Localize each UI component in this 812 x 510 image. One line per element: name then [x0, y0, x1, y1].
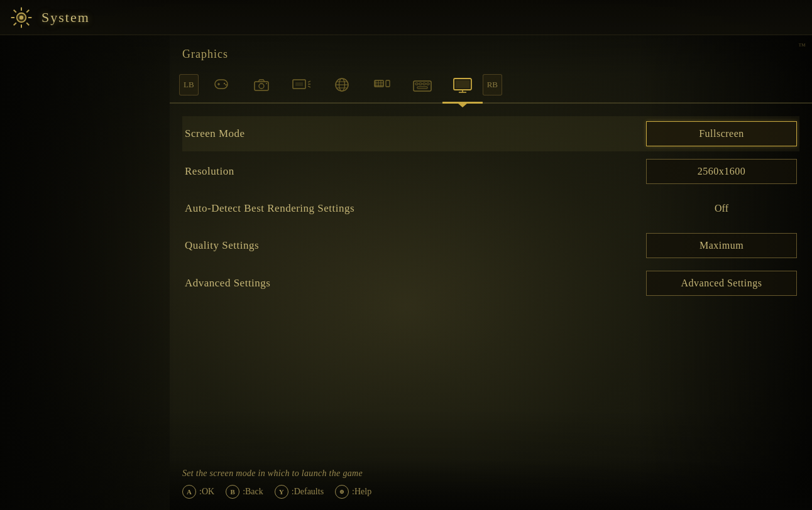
tab-lb-button[interactable]: LB	[179, 74, 199, 95]
system-icon	[8, 4, 35, 31]
hint-text: Set the screen mode in which to launch t…	[182, 469, 799, 479]
auto-detect-label: Auto-Detect Best Rendering Settings	[185, 202, 646, 215]
advanced-label: Advanced Settings	[185, 277, 646, 290]
setting-row-resolution: Resolution 2560x1600	[182, 154, 799, 189]
svg-line-6	[26, 23, 29, 25]
svg-rect-40	[417, 87, 427, 89]
svg-rect-35	[414, 81, 431, 91]
header-bar: System	[0, 0, 812, 35]
resolution-label: Resolution	[185, 165, 646, 178]
header-title: System	[41, 9, 90, 26]
globe-icon	[331, 73, 353, 96]
svg-point-13	[223, 83, 224, 84]
control-ok: A :OK	[182, 485, 214, 499]
svg-rect-44	[456, 80, 469, 88]
tab-bar: LB	[170, 67, 812, 104]
tab-graphics[interactable]	[442, 67, 483, 102]
svg-rect-37	[419, 83, 422, 85]
help-label: :Help	[352, 487, 371, 497]
y-button: Y	[275, 485, 288, 499]
screen-mode-label: Screen Mode	[185, 127, 646, 140]
setting-row-quality: Quality Settings Maximum	[182, 228, 799, 263]
back-label: :Back	[243, 487, 263, 497]
help-button: ⊕	[335, 485, 349, 499]
svg-rect-22	[295, 82, 303, 86]
svg-point-9	[19, 15, 23, 19]
keyboard-icon	[411, 73, 434, 96]
control-back: B :Back	[226, 485, 263, 499]
tab-accessibility[interactable]	[362, 67, 402, 102]
controls-row: A :OK B :Back Y :Defaults ⊕ :Help	[182, 485, 799, 499]
tab-language[interactable]	[322, 67, 362, 102]
tab-hud[interactable]	[282, 67, 322, 102]
resolution-button[interactable]: 2560x1600	[646, 159, 797, 184]
bottom-bar: Set the screen mode in which to launch t…	[170, 460, 812, 510]
svg-line-20	[308, 86, 310, 87]
control-help: ⊕ :Help	[335, 485, 371, 499]
main-content: Graphics LB	[170, 35, 812, 510]
quality-value[interactable]: Maximum	[646, 233, 797, 258]
section-title: Graphics	[170, 35, 812, 67]
svg-line-8	[14, 23, 16, 25]
svg-point-16	[259, 84, 264, 89]
svg-point-17	[266, 83, 267, 84]
ok-label: :OK	[199, 487, 214, 497]
svg-rect-29	[386, 80, 390, 87]
screen-mode-button[interactable]: Fullscreen	[646, 121, 797, 146]
b-button: B	[226, 485, 239, 499]
svg-point-14	[225, 84, 226, 85]
hud-icon	[290, 73, 313, 96]
tab-gamepad[interactable]	[201, 67, 241, 102]
control-defaults: Y :Defaults	[275, 485, 324, 499]
camera-icon	[250, 73, 273, 96]
quality-label: Quality Settings	[185, 239, 646, 252]
svg-rect-38	[423, 83, 425, 85]
setting-row-screen-mode: Screen Mode Fullscreen	[182, 116, 799, 151]
resolution-value[interactable]: 2560x1600	[646, 159, 797, 184]
defaults-label: :Defaults	[292, 487, 324, 497]
trademark: ™	[798, 41, 806, 51]
tab-keyboard[interactable]	[402, 67, 442, 102]
svg-line-19	[308, 81, 310, 82]
screen-mode-value[interactable]: Fullscreen	[646, 121, 797, 146]
svg-line-5	[14, 9, 16, 12]
svg-line-7	[26, 9, 29, 12]
svg-rect-36	[415, 83, 418, 85]
auto-detect-value: Off	[646, 197, 797, 220]
tab-camera[interactable]	[241, 67, 282, 102]
gamepad-icon	[210, 73, 233, 96]
accessibility-icon	[371, 73, 393, 96]
settings-area: Screen Mode Fullscreen Resolution 2560x1…	[170, 104, 812, 310]
setting-row-advanced: Advanced Settings Advanced Settings	[182, 266, 799, 301]
a-button: A	[182, 485, 196, 499]
advanced-value[interactable]: Advanced Settings	[646, 271, 797, 296]
advanced-button[interactable]: Advanced Settings	[646, 271, 797, 296]
monitor-icon	[451, 73, 474, 96]
tab-rb-button[interactable]: RB	[483, 74, 502, 95]
auto-detect-text: Off	[646, 197, 797, 220]
svg-rect-39	[427, 83, 429, 85]
left-panel	[0, 35, 170, 510]
setting-row-auto-detect: Auto-Detect Best Rendering Settings Off	[182, 192, 799, 225]
quality-button[interactable]: Maximum	[646, 233, 797, 258]
